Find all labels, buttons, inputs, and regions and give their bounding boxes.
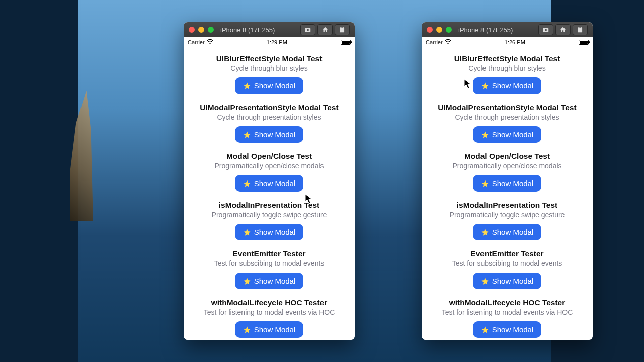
macos-desktop: iPhone 8 (17E255) Carrier 1:29 PM UIBlur… xyxy=(78,0,551,362)
traffic-minimize-button[interactable] xyxy=(198,27,204,33)
card-title: Modal Open/Close Test xyxy=(428,152,587,161)
test-card: withModalLifecycle HOC Tester Test for l… xyxy=(422,294,593,340)
card-subtitle: Programatically toggle swipe gesture xyxy=(190,211,349,219)
show-modal-button[interactable]: Show Modal xyxy=(235,126,304,143)
star-icon xyxy=(243,82,251,90)
card-subtitle: Cycle through blur styles xyxy=(428,64,587,72)
window-titlebar[interactable]: iPhone 8 (17E255) xyxy=(184,22,355,37)
button-label: Show Modal xyxy=(492,325,534,334)
test-card: isModalInPresentation Test Programatical… xyxy=(184,197,355,245)
button-label: Show Modal xyxy=(492,179,534,188)
test-card: EventEmitter Tester Test for subscibing … xyxy=(184,245,355,294)
show-modal-button[interactable]: Show Modal xyxy=(473,224,542,240)
button-label: Show Modal xyxy=(492,130,534,139)
card-title: UIBlurEffectStyle Modal Test xyxy=(428,54,587,63)
simulator-window-right: iPhone 8 (17E255) Carrier 1:26 PM UIBlur… xyxy=(422,22,593,340)
wifi-icon xyxy=(445,39,451,45)
test-card: UIModalPresentationStyle Modal Test Cycl… xyxy=(184,99,355,148)
traffic-minimize-button[interactable] xyxy=(436,27,442,33)
traffic-close-button[interactable] xyxy=(189,27,195,33)
show-modal-button[interactable]: Show Modal xyxy=(473,77,542,94)
button-label: Show Modal xyxy=(254,277,296,285)
test-card: EventEmitter Tester Test for subscibing … xyxy=(422,245,593,294)
battery-icon xyxy=(579,40,589,45)
simulator-toolbar xyxy=(300,24,350,35)
star-icon xyxy=(481,277,489,285)
simulator-toolbar xyxy=(538,24,588,35)
card-subtitle: Programatically open/close modals xyxy=(190,162,349,170)
camera-icon[interactable] xyxy=(538,24,553,35)
card-title: withModalLifecycle HOC Tester xyxy=(190,298,349,307)
show-modal-button[interactable]: Show Modal xyxy=(235,175,304,192)
card-subtitle: Cycle through presentation styles xyxy=(190,113,349,121)
ios-status-bar: Carrier 1:29 PM xyxy=(184,37,355,47)
window-titlebar[interactable]: iPhone 8 (17E255) xyxy=(422,22,593,37)
mouse-cursor xyxy=(464,79,471,92)
card-title: isModalInPresentation Test xyxy=(190,201,349,210)
test-card: Modal Open/Close Test Programatically op… xyxy=(422,148,593,197)
app-scrollview[interactable]: UIBlurEffectStyle Modal Test Cycle throu… xyxy=(184,47,355,340)
carrier-label: Carrier xyxy=(188,39,205,45)
home-icon[interactable] xyxy=(317,24,333,35)
button-label: Show Modal xyxy=(492,228,534,236)
card-subtitle: Programatically toggle swipe gesture xyxy=(428,211,587,219)
card-subtitle: Test for subscibing to modal events xyxy=(190,259,349,267)
show-modal-button[interactable]: Show Modal xyxy=(473,175,542,192)
home-icon[interactable] xyxy=(555,24,571,35)
show-modal-button[interactable]: Show Modal xyxy=(235,321,304,338)
battery-icon xyxy=(341,40,351,45)
star-icon xyxy=(481,326,489,334)
wallpaper-mountain xyxy=(70,90,93,221)
traffic-zoom-button[interactable] xyxy=(208,27,214,33)
test-card: UIBlurEffectStyle Modal Test Cycle throu… xyxy=(422,50,593,99)
camera-icon[interactable] xyxy=(300,24,315,35)
star-icon xyxy=(481,179,489,188)
show-modal-button[interactable]: Show Modal xyxy=(235,77,304,94)
show-modal-button[interactable]: Show Modal xyxy=(473,321,542,338)
star-icon xyxy=(243,326,251,334)
card-title: EventEmitter Tester xyxy=(428,249,587,258)
card-title: isModalInPresentation Test xyxy=(428,201,587,210)
star-icon xyxy=(481,228,489,236)
card-title: UIBlurEffectStyle Modal Test xyxy=(190,54,349,63)
carrier-label: Carrier xyxy=(426,39,443,45)
card-subtitle: Test for subscibing to modal events xyxy=(428,259,587,267)
test-card: UIBlurEffectStyle Modal Test Cycle throu… xyxy=(184,50,355,99)
show-modal-button[interactable]: Show Modal xyxy=(235,224,304,240)
clock-label: 1:26 PM xyxy=(505,39,525,45)
clipboard-icon[interactable] xyxy=(573,24,588,35)
card-title: withModalLifecycle HOC Tester xyxy=(428,298,587,307)
card-subtitle: Cycle through presentation styles xyxy=(428,113,587,121)
ios-status-bar: Carrier 1:26 PM xyxy=(422,37,593,47)
wifi-icon xyxy=(207,39,213,45)
card-subtitle: Programatically open/close modals xyxy=(428,162,587,170)
button-label: Show Modal xyxy=(254,325,296,334)
show-modal-button[interactable]: Show Modal xyxy=(235,273,304,289)
card-subtitle: Test for listening to modal events via H… xyxy=(428,308,587,316)
test-card: Modal Open/Close Test Programatically op… xyxy=(184,148,355,197)
show-modal-button[interactable]: Show Modal xyxy=(473,126,542,143)
traffic-close-button[interactable] xyxy=(427,27,433,33)
card-title: UIModalPresentationStyle Modal Test xyxy=(190,103,349,112)
star-icon xyxy=(243,228,251,236)
test-card: withModalLifecycle HOC Tester Test for l… xyxy=(184,294,355,340)
simulator-window-left: iPhone 8 (17E255) Carrier 1:29 PM UIBlur… xyxy=(184,22,355,340)
star-icon xyxy=(481,131,489,139)
star-icon xyxy=(243,131,251,139)
clipboard-icon[interactable] xyxy=(335,24,350,35)
traffic-zoom-button[interactable] xyxy=(446,27,452,33)
star-icon xyxy=(481,82,489,90)
test-card: isModalInPresentation Test Programatical… xyxy=(422,197,593,245)
card-subtitle: Test for listening to modal events via H… xyxy=(190,308,349,316)
star-icon xyxy=(243,179,251,188)
app-scrollview[interactable]: UIBlurEffectStyle Modal Test Cycle throu… xyxy=(422,47,593,340)
show-modal-button[interactable]: Show Modal xyxy=(473,273,542,289)
button-label: Show Modal xyxy=(254,81,296,90)
button-label: Show Modal xyxy=(254,179,296,188)
button-label: Show Modal xyxy=(254,130,296,139)
mouse-cursor xyxy=(305,194,312,206)
button-label: Show Modal xyxy=(492,277,534,285)
window-title: iPhone 8 (17E255) xyxy=(220,26,297,34)
clock-label: 1:29 PM xyxy=(267,39,287,45)
button-label: Show Modal xyxy=(254,228,296,236)
